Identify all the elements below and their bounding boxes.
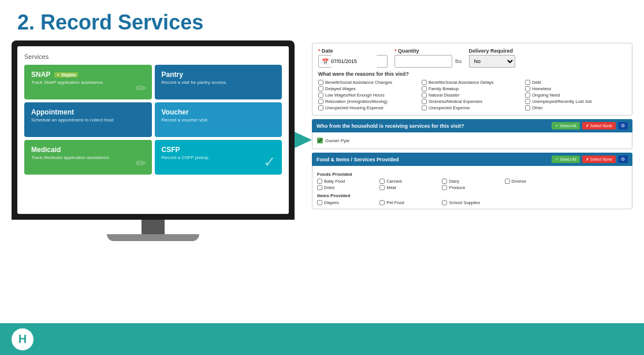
snap-subtitle: Track SNAP application assistance. — [31, 80, 145, 85]
appointment-card[interactable]: Appointment Schedule an appointment to c… — [24, 102, 152, 137]
snap-icon: ✏ — [136, 81, 146, 96]
foods-body: Foods Provided Baby Food Canned Dairy — [312, 166, 632, 209]
reason-family-breakup-checkbox[interactable] — [422, 86, 427, 91]
reason-delayed-wages-checkbox[interactable] — [318, 86, 323, 91]
reason-homeless: Homeless — [525, 86, 626, 91]
household-select-all-btn[interactable]: ✓ Select All — [552, 122, 580, 130]
household-gear-btn[interactable]: ⚙ — [618, 122, 628, 130]
lbs-label: lbs — [455, 58, 462, 64]
reason-other: Other — [525, 105, 626, 110]
household-section: Who from the household is receiving serv… — [312, 119, 632, 149]
services-grid: SNAP ✓ Eligible Track SNAP application a… — [24, 65, 282, 175]
medicaid-card[interactable]: Medicaid Track Medicaid application assi… — [24, 140, 152, 175]
bottom-logo: H — [12, 328, 33, 350]
reason-debt: Debt — [525, 80, 626, 85]
food-diverse: Diverse — [505, 179, 565, 184]
reason-benefit: Benefit/Social Assistance Changes — [318, 80, 419, 85]
delivery-select[interactable]: No Yes — [469, 55, 515, 68]
item-pet-food-checkbox[interactable] — [379, 200, 385, 205]
reason-relocation-checkbox[interactable] — [318, 99, 323, 104]
food-meat: Meat — [379, 185, 440, 190]
reason-low-wages-checkbox[interactable] — [318, 93, 323, 98]
date-input-wrapper[interactable]: 📅 — [318, 55, 388, 68]
reason-housing-expense-checkbox[interactable] — [318, 105, 323, 110]
reason-ongoing-need-checkbox[interactable] — [525, 93, 530, 98]
snap-title: SNAP ✓ Eligible — [31, 71, 145, 79]
food-dairy-checkbox[interactable] — [442, 179, 447, 184]
items-grid: Diapers Pet Food School Supplies — [317, 200, 627, 205]
reasons-title: What were the reasons for this visit? — [318, 71, 626, 77]
reason-sickness-checkbox[interactable] — [422, 99, 427, 104]
foods-select-all-btn[interactable]: ✓ Select All — [552, 156, 580, 163]
pantry-title: Pantry — [162, 71, 276, 79]
items-provided-label: Items Provided — [317, 193, 627, 198]
voucher-title: Voucher — [162, 108, 276, 116]
reason-other-checkbox[interactable] — [525, 105, 530, 110]
date-field: * Date 📅 — [318, 48, 388, 68]
form-panel: * Date 📅 * Quantity lbs — [312, 40, 632, 209]
food-produce: Produce — [442, 185, 502, 190]
direction-arrow — [295, 132, 323, 148]
csfp-subtitle: Record a CSFP pickup. — [162, 155, 276, 160]
monitor-stand-base — [107, 234, 199, 241]
page-title: 2. Record Services — [0, 0, 644, 40]
reason-delayed-wages: Delayed Wages — [318, 86, 419, 91]
reason-natural-disaster-checkbox[interactable] — [422, 93, 427, 98]
quantity-input[interactable] — [394, 55, 452, 68]
voucher-subtitle: Record a voucher visit. — [162, 117, 276, 123]
delivery-label: Delivery Required — [469, 48, 515, 54]
item-diapers: Diapers — [317, 200, 377, 205]
item-school-supplies-checkbox[interactable] — [442, 200, 447, 205]
item-pet-food: Pet Food — [379, 200, 440, 205]
household-member-name: Gomer Pyle — [325, 138, 349, 143]
csfp-title: CSFP — [162, 146, 276, 154]
reason-unexpected-expense: Unexpected Expense — [422, 105, 523, 110]
item-diapers-checkbox[interactable] — [317, 200, 322, 205]
monitor-screen: Services SNAP ✓ Eligible Track SNAP appl… — [12, 40, 295, 220]
top-form-row: * Date 📅 * Quantity lbs — [318, 48, 626, 68]
household-select-none-btn[interactable]: ✗ Select None — [582, 122, 616, 130]
household-title: Who from the household is receiving serv… — [317, 123, 464, 129]
household-header: Who from the household is receiving serv… — [312, 119, 632, 132]
reason-benefit-checkbox[interactable] — [318, 80, 323, 85]
food-produce-checkbox[interactable] — [442, 185, 447, 190]
reason-unemployed-checkbox[interactable] — [525, 99, 530, 104]
csfp-card[interactable]: CSFP Record a CSFP pickup. ✓ — [155, 140, 282, 175]
appointment-subtitle: Schedule an appointment to collect food — [31, 117, 145, 123]
date-input[interactable] — [331, 55, 377, 68]
food-canned-checkbox[interactable] — [379, 179, 385, 184]
pantry-card[interactable]: Pantry Record a visit for pantry access. — [155, 65, 282, 99]
item-school-supplies: School Supplies — [442, 200, 502, 205]
calendar-icon: 📅 — [322, 58, 329, 65]
voucher-card[interactable]: Voucher Record a voucher visit. — [155, 102, 282, 137]
medicaid-title: Medicaid — [31, 146, 145, 154]
reason-low-wages: Low Wages/Not Enough Hours — [318, 93, 419, 98]
snap-badge: ✓ Eligible — [54, 72, 78, 77]
food-dried-checkbox[interactable] — [317, 185, 322, 190]
arrow-container — [295, 132, 323, 148]
reasons-grid: Benefit/Social Assistance Changes Benefi… — [318, 80, 626, 110]
quantity-field: * Quantity lbs — [394, 48, 462, 68]
food-baby-food: Baby Food — [317, 179, 377, 184]
reason-sickness: Sickness/Medical Expenses — [422, 99, 523, 104]
foods-header: Food & Items / Services Provided ✓ Selec… — [312, 153, 632, 166]
food-dried: Dried — [317, 185, 377, 190]
household-header-buttons: ✓ Select All ✗ Select None ⚙ — [552, 122, 628, 130]
csfp-check-icon: ✓ — [263, 153, 276, 171]
reason-relocation: Relocation (Immigration/Moving) — [318, 99, 419, 104]
food-baby-food-checkbox[interactable] — [317, 179, 322, 184]
reason-benefits-delays-checkbox[interactable] — [422, 80, 427, 85]
delivery-field: Delivery Required No Yes — [469, 48, 515, 68]
monitor-stand-neck — [142, 220, 165, 234]
food-meat-checkbox[interactable] — [379, 185, 385, 190]
reason-benefits-delays: Benefits/Social Assistance Delays — [422, 80, 523, 85]
food-diverse-checkbox[interactable] — [505, 179, 510, 184]
snap-card[interactable]: SNAP ✓ Eligible Track SNAP application a… — [24, 65, 152, 99]
reason-debt-checkbox[interactable] — [525, 80, 530, 85]
reason-unexpected-expense-checkbox[interactable] — [422, 105, 427, 110]
foods-section: Food & Items / Services Provided ✓ Selec… — [312, 153, 632, 209]
foods-select-none-btn[interactable]: ✗ Select None — [582, 156, 616, 163]
reason-homeless-checkbox[interactable] — [525, 86, 530, 91]
foods-gear-btn[interactable]: ⚙ — [618, 156, 628, 163]
reason-natural-disaster: Natural Disaster — [422, 93, 523, 98]
